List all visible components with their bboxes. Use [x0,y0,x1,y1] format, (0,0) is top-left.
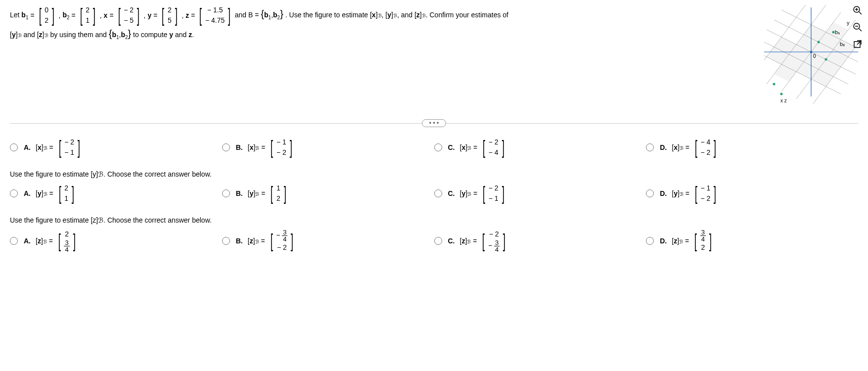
q2-radio-a[interactable] [10,189,18,197]
svg-point-33 [832,31,835,34]
zoom-in-icon[interactable] [852,5,863,16]
question-3-text: Use the figure to estimate [z]ℬ. Choose … [10,216,858,224]
q1-radio-c[interactable] [434,143,442,151]
svg-text:x z: x z [780,98,787,103]
q1-radio-b[interactable] [222,143,230,151]
matrix-b2: [ 21 ] [79,5,97,26]
fig-label-y: y [847,20,850,26]
svg-text:b₂: b₂ [840,41,845,47]
q1-option-c[interactable]: C. [x]ℬ = [− 2− 4] [434,137,646,158]
q3-option-c[interactable]: C. [z]ℬ = [ − 2 − 34 ] [434,229,646,253]
svg-line-43 [859,29,862,31]
q1-radio-a[interactable] [10,143,18,151]
q2-option-c[interactable]: C. [y]ℬ = [− 2− 1] [434,183,646,204]
matrix-z: [ − 1.5− 4.75 ] [198,5,231,26]
q1-option-d[interactable]: D. [x]ℬ = [− 4− 2] [646,137,858,158]
svg-point-31 [780,93,783,95]
question-1-options: A. [x]ℬ = [− 2− 1] B. [x]ℬ = [− 1− 2] C.… [10,137,858,158]
q1-radio-d[interactable] [646,143,654,151]
svg-point-29 [818,41,820,44]
q2-radio-c[interactable] [434,189,442,197]
coordinate-figure: y b₁ b₂ 0 x z [764,5,858,104]
q3-option-a[interactable]: A. [z]ℬ = [ 2 34 ] [10,229,222,253]
q2-radio-b[interactable] [222,189,230,197]
text-let: Let [10,11,21,19]
svg-point-28 [810,51,812,53]
svg-line-46 [857,41,861,45]
q3-option-d[interactable]: D. [z]ℬ = [ 34 2 ] [646,229,858,253]
question-2-options: A. [y]ℬ = [21] B. [y]ℬ = [12] C. [y]ℬ = … [10,183,858,204]
matrix-x: [ − 2− 5 ] [117,5,141,26]
matrix-b1: [ 02 ] [38,5,56,26]
svg-point-30 [825,58,827,61]
zoom-out-icon[interactable] [852,22,863,33]
matrix-y: [ 25 ] [160,5,179,26]
q1-option-a[interactable]: A. [x]ℬ = [− 2− 1] [10,137,222,158]
svg-line-39 [859,12,862,14]
problem-statement: Let b1 = [ 02 ] , b2 = [ 21 ] , x = [ − … [10,5,754,42]
q3-radio-b[interactable] [222,237,230,245]
popout-icon[interactable] [852,39,863,49]
q3-option-b[interactable]: B. [z]ℬ = [ − 34 − 2 ] [222,229,434,253]
q2-option-d[interactable]: D. [y]ℬ = [− 1− 2] [646,183,858,204]
q3-radio-d[interactable] [646,237,654,245]
expand-button[interactable]: • • • [422,119,446,127]
svg-text:0: 0 [813,53,816,59]
q3-radio-a[interactable] [10,237,18,245]
question-3-options: A. [z]ℬ = [ 2 34 ] B. [z]ℬ = [ − 34 − 2 … [10,229,858,253]
q2-option-b[interactable]: B. [y]ℬ = [12] [222,183,434,204]
q3-radio-c[interactable] [434,237,442,245]
q1-option-b[interactable]: B. [x]ℬ = [− 1− 2] [222,137,434,158]
q2-radio-d[interactable] [646,189,654,197]
question-2-text: Use the figure to estimate [y]ℬ. Choose … [10,170,858,178]
section-divider: • • • [10,119,858,127]
svg-point-32 [773,83,776,86]
svg-text:b₁: b₁ [835,29,840,35]
q2-option-a[interactable]: A. [y]ℬ = [21] [10,183,222,204]
